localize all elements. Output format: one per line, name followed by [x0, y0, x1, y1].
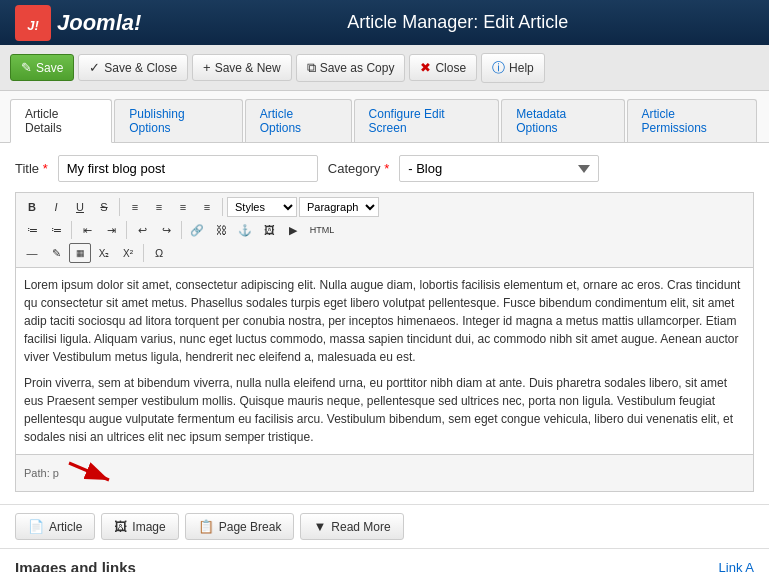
editor-path-bar: Path: p	[15, 455, 754, 492]
html-button[interactable]: HTML	[306, 220, 338, 240]
tab-configure-edit-screen[interactable]: Configure Edit Screen	[354, 99, 500, 142]
read-more-icon: ▼	[313, 519, 326, 534]
plus-icon: +	[203, 60, 211, 75]
align-left-button[interactable]: ≡	[124, 197, 146, 217]
save-new-button[interactable]: + Save & New	[192, 54, 292, 81]
title-label: Title *	[15, 161, 48, 176]
joomla-brand-text: Joomla!	[57, 10, 141, 36]
align-center-button[interactable]: ≡	[148, 197, 170, 217]
toolbar-separator-5	[181, 221, 182, 239]
page-break-button[interactable]: 📋 Page Break	[185, 513, 295, 540]
save-close-button[interactable]: ✓ Save & Close	[78, 54, 188, 81]
toolbar-separator-1	[119, 198, 120, 216]
toolbar-separator-6	[143, 244, 144, 262]
outdent-button[interactable]: ⇤	[76, 220, 98, 240]
required-marker: *	[43, 161, 48, 176]
align-right-button[interactable]: ≡	[172, 197, 194, 217]
page-title: Article Manager: Edit Article	[161, 12, 754, 33]
editor-toolbar-row2: ≔ ≔ ⇤ ⇥ ↩ ↪ 🔗 ⛓ ⚓ 🖼 ▶ HTML	[21, 220, 748, 240]
ordered-list-button[interactable]: ≔	[21, 220, 43, 240]
save-button[interactable]: ✎ Save	[10, 54, 74, 81]
help-button[interactable]: ⓘ Help	[481, 53, 545, 83]
image-insert-button[interactable]: 🖼 Image	[101, 513, 178, 540]
checkmark-icon: ✓	[89, 60, 100, 75]
superscript-button[interactable]: X²	[117, 243, 139, 263]
editor-toolbar-row1: B I U S ≡ ≡ ≡ ≡ Styles Paragraph	[21, 197, 748, 217]
insert-buttons-bar: 📄 Article 🖼 Image 📋 Page Break ▼ Read Mo…	[0, 505, 769, 549]
tabs-bar: Article Details Publishing Options Artic…	[0, 91, 769, 143]
category-select[interactable]: - BlogUncategorizedBlog	[399, 155, 599, 182]
title-category-row: Title * Category * - BlogUncategorizedBl…	[15, 155, 754, 182]
image-button[interactable]: 🖼	[258, 220, 280, 240]
unlink-button[interactable]: ⛓	[210, 220, 232, 240]
section-footer: Images and links Link A	[0, 549, 769, 572]
styles-select[interactable]: Styles	[227, 197, 297, 217]
paragraph-select[interactable]: Paragraph	[299, 197, 379, 217]
editor-toolbar: B I U S ≡ ≡ ≡ ≡ Styles Paragraph ≔ ≔ ⇤ ⇥…	[15, 192, 754, 267]
close-button[interactable]: ✖ Close	[409, 54, 477, 81]
indent-button[interactable]: ⇥	[100, 220, 122, 240]
image-icon: 🖼	[114, 519, 127, 534]
page-break-icon: 📋	[198, 519, 214, 534]
toolbar-separator-2	[222, 198, 223, 216]
tab-publishing-options[interactable]: Publishing Options	[114, 99, 243, 142]
unordered-list-button[interactable]: ≔	[45, 220, 67, 240]
content-area: Title * Category * - BlogUncategorizedBl…	[0, 143, 769, 505]
italic-button[interactable]: I	[45, 197, 67, 217]
title-input[interactable]	[58, 155, 318, 182]
undo-button[interactable]: ↩	[131, 220, 153, 240]
align-justify-button[interactable]: ≡	[196, 197, 218, 217]
edit-button[interactable]: ✎	[45, 243, 67, 263]
read-more-button[interactable]: ▼ Read More	[300, 513, 403, 540]
table-button[interactable]: ▦	[69, 243, 91, 263]
tab-metadata-options[interactable]: Metadata Options	[501, 99, 624, 142]
tab-article-details[interactable]: Article Details	[10, 99, 112, 143]
link-button[interactable]: 🔗	[186, 220, 208, 240]
images-links-title: Images and links	[15, 559, 136, 572]
hr-button[interactable]: —	[21, 243, 43, 263]
close-icon: ✖	[420, 60, 431, 75]
copy-icon: ⧉	[307, 60, 316, 76]
joomla-logo-icon: J!	[15, 5, 51, 41]
underline-button[interactable]: U	[69, 197, 91, 217]
bold-button[interactable]: B	[21, 197, 43, 217]
svg-text:J!: J!	[27, 18, 39, 33]
article-icon: 📄	[28, 519, 44, 534]
svg-line-3	[69, 463, 109, 480]
save-copy-button[interactable]: ⧉ Save as Copy	[296, 54, 406, 82]
editor-toolbar-row3: — ✎ ▦ X₂ X² Ω	[21, 243, 748, 263]
strikethrough-button[interactable]: S	[93, 197, 115, 217]
toolbar-separator-3	[71, 221, 72, 239]
tab-article-options[interactable]: Article Options	[245, 99, 352, 142]
editor-content[interactable]: Lorem ipsum dolor sit amet, consectetur …	[15, 267, 754, 455]
subscript-button[interactable]: X₂	[93, 243, 115, 263]
tab-article-permissions[interactable]: Article Permissions	[627, 99, 757, 142]
anchor-button[interactable]: ⚓	[234, 220, 256, 240]
red-arrow-indicator	[64, 458, 124, 488]
logo-area: J! Joomla!	[15, 5, 141, 41]
path-text: Path: p	[24, 467, 59, 479]
toolbar: ✎ Save ✓ Save & Close + Save & New ⧉ Sav…	[0, 45, 769, 91]
category-label: Category *	[328, 161, 389, 176]
article-button[interactable]: 📄 Article	[15, 513, 95, 540]
save-icon: ✎	[21, 60, 32, 75]
toolbar-separator-4	[126, 221, 127, 239]
app-header: J! Joomla! Article Manager: Edit Article	[0, 0, 769, 45]
category-required-marker: *	[384, 161, 389, 176]
omega-button[interactable]: Ω	[148, 243, 170, 263]
link-a-label[interactable]: Link A	[719, 560, 754, 572]
media-button[interactable]: ▶	[282, 220, 304, 240]
redo-button[interactable]: ↪	[155, 220, 177, 240]
help-icon: ⓘ	[492, 59, 505, 77]
